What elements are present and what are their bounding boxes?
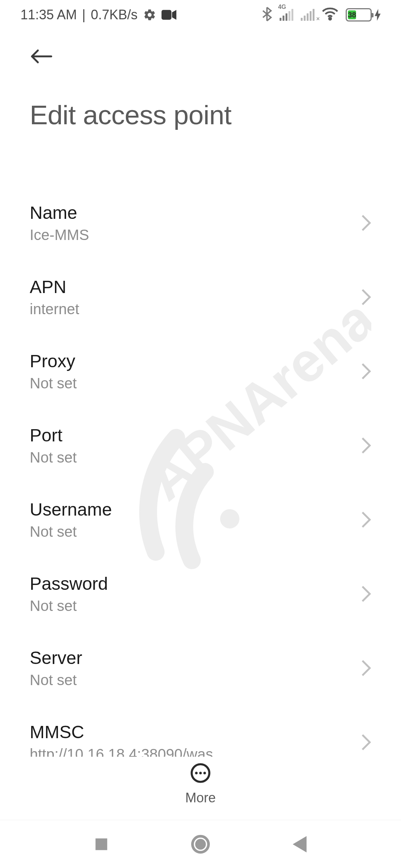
chevron-right-icon xyxy=(361,214,371,231)
svg-point-7 xyxy=(203,772,206,775)
setting-value: http://10.16.18.4:38090/was xyxy=(30,746,213,757)
setting-label: Name xyxy=(30,203,89,223)
svg-point-10 xyxy=(195,839,206,849)
signal-4g-icon: 4G xyxy=(280,9,293,21)
navigation-bar xyxy=(0,820,401,868)
setting-label: Username xyxy=(30,499,112,520)
setting-value: Not set xyxy=(30,672,82,688)
charging-icon xyxy=(375,9,381,21)
nav-home-button[interactable] xyxy=(189,833,212,855)
setting-label: APN xyxy=(30,277,79,297)
circle-icon xyxy=(190,834,211,854)
setting-value: Not set xyxy=(30,375,77,392)
nav-back-button[interactable] xyxy=(288,833,311,855)
setting-value: Not set xyxy=(30,598,108,614)
more-icon xyxy=(190,763,211,783)
signal-nosim-icon: × xyxy=(301,9,314,21)
status-speed: 0.7KB/s xyxy=(91,7,137,23)
wifi-icon xyxy=(322,7,338,22)
svg-point-1 xyxy=(329,18,331,20)
setting-name[interactable]: Name Ice-MMS xyxy=(30,186,371,260)
svg-rect-8 xyxy=(96,838,108,850)
gear-icon xyxy=(143,8,156,22)
back-button[interactable] xyxy=(30,45,53,68)
setting-label: MMSC xyxy=(30,722,213,742)
battery-icon: 38 xyxy=(346,8,381,22)
chevron-right-icon xyxy=(361,437,371,454)
status-divider: | xyxy=(82,7,85,23)
page-title: Edit access point xyxy=(30,99,371,130)
status-right: 4G × 38 xyxy=(262,7,381,23)
chevron-right-icon xyxy=(361,363,371,380)
chevron-right-icon xyxy=(361,585,371,602)
setting-server[interactable]: Server Not set xyxy=(30,631,371,705)
svg-point-6 xyxy=(199,772,202,775)
setting-mmsc[interactable]: MMSC http://10.16.18.4:38090/was xyxy=(30,705,371,757)
setting-apn[interactable]: APN internet xyxy=(30,260,371,334)
setting-label: Server xyxy=(30,648,82,668)
header-area: Edit access point xyxy=(0,30,401,130)
svg-point-5 xyxy=(195,772,198,775)
square-icon xyxy=(94,836,109,852)
chevron-right-icon xyxy=(361,734,371,751)
chevron-right-icon xyxy=(361,660,371,677)
setting-port[interactable]: Port Not set xyxy=(30,408,371,483)
more-button[interactable] xyxy=(190,763,211,785)
chevron-right-icon xyxy=(361,289,371,306)
status-time: 11:35 AM xyxy=(20,7,77,23)
bluetooth-icon xyxy=(262,7,272,23)
status-left: 11:35 AM | 0.7KB/s xyxy=(20,7,176,23)
triangle-left-icon xyxy=(292,836,307,852)
arrow-left-icon xyxy=(30,48,53,65)
setting-value: Not set xyxy=(30,523,112,540)
setting-label: Password xyxy=(30,573,108,594)
setting-value: internet xyxy=(30,301,79,318)
camera-icon xyxy=(162,10,176,20)
setting-username[interactable]: Username Not set xyxy=(30,483,371,557)
more-label: More xyxy=(185,790,216,806)
setting-value: Ice-MMS xyxy=(30,227,89,243)
setting-label: Port xyxy=(30,425,77,445)
svg-rect-0 xyxy=(162,10,172,20)
setting-label: Proxy xyxy=(30,351,77,371)
nav-recent-button[interactable] xyxy=(90,833,113,855)
status-bar: 11:35 AM | 0.7KB/s 4G × 38 xyxy=(0,0,401,30)
settings-list: Name Ice-MMS APN internet Proxy Not set … xyxy=(0,186,401,757)
setting-proxy[interactable]: Proxy Not set xyxy=(30,334,371,408)
bottom-action-bar: More xyxy=(0,754,401,806)
setting-password[interactable]: Password Not set xyxy=(30,557,371,631)
setting-value: Not set xyxy=(30,449,77,466)
chevron-right-icon xyxy=(361,511,371,528)
